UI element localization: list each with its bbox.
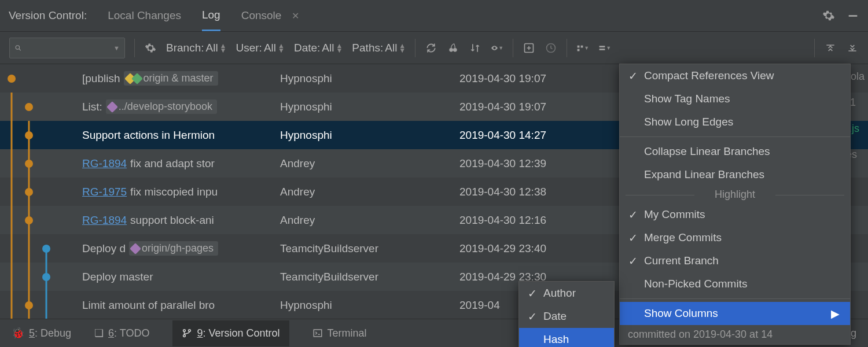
filter-branch[interactable]: Branch: All▲▼	[166, 42, 227, 54]
commit-date: 2019-04-30 12:39	[459, 157, 610, 170]
svg-rect-8	[581, 45, 583, 47]
issue-link[interactable]: RG-1894	[82, 157, 127, 170]
commit-author: Hypnosphi	[280, 129, 459, 142]
filter-user[interactable]: User: All▲▼	[236, 42, 285, 54]
refresh-icon[interactable]	[425, 42, 437, 54]
submenu-author[interactable]: ✓Author	[519, 282, 614, 305]
svg-line-2	[19, 49, 21, 50]
svg-point-14	[189, 330, 191, 332]
menu-show-long-edges[interactable]: Show Long Edges	[620, 110, 850, 134]
intellisort-icon[interactable]	[469, 42, 481, 54]
statusbar-debug[interactable]: 🐞 5: Debug	[12, 327, 71, 339]
commit-message: [publish	[82, 72, 120, 85]
commit-author: Andrey	[280, 186, 459, 198]
menu-non-picked[interactable]: Non-Picked Commits	[620, 272, 850, 296]
svg-rect-15	[314, 330, 322, 337]
svg-point-4	[453, 48, 457, 52]
submenu-arrow-icon: ▶	[831, 307, 840, 320]
expand-icon[interactable]: ▼	[598, 42, 611, 54]
gear-icon[interactable]	[144, 42, 157, 54]
commit-author: Andrey	[280, 214, 459, 227]
svg-point-12	[183, 330, 186, 332]
eye-icon[interactable]: ▼	[491, 42, 503, 54]
minimize-icon[interactable]	[847, 9, 859, 22]
commit-message: Deploy d	[82, 242, 126, 255]
menu-compact-refs[interactable]: ✓Compact References View	[620, 64, 850, 87]
commit-author: Hypnosphi	[280, 299, 459, 312]
commit-author: Hypnosphi	[280, 72, 459, 85]
show-columns-submenu: ✓Author ✓Date Hash	[518, 281, 615, 347]
svg-rect-7	[578, 45, 580, 47]
menu-expand-linear[interactable]: Expand Linear Branches	[620, 163, 850, 186]
tab-log[interactable]: Log	[202, 1, 220, 31]
issue-link[interactable]: RG-1975	[82, 186, 127, 198]
menu-collapse-linear[interactable]: Collapse Linear Branches	[620, 140, 850, 163]
svg-rect-10	[599, 46, 605, 47]
svg-point-13	[183, 335, 186, 337]
issue-link[interactable]: RG-1894	[82, 214, 127, 227]
svg-rect-11	[599, 49, 605, 50]
history-icon[interactable]	[545, 42, 557, 54]
commit-message: fix and adapt stor	[130, 157, 215, 170]
statusbar-todo[interactable]: ❏ 6: TODO	[94, 327, 149, 339]
ref-badge[interactable]: ../develop-storybook	[106, 99, 217, 114]
ref-badge[interactable]: origin & master	[124, 71, 218, 86]
toolwindow-title: Version Control:	[9, 9, 87, 22]
commit-detail-text: committed on 2019-04-30 at 14	[620, 325, 850, 344]
terminal-icon	[312, 328, 323, 338]
commit-author: TeamcityBuildserver	[280, 242, 459, 255]
menu-my-commits[interactable]: ✓My Commits	[620, 203, 850, 226]
list-icon: ❏	[94, 327, 104, 339]
expand-all-icon[interactable]	[846, 42, 859, 54]
bug-icon: 🐞	[12, 327, 24, 339]
close-tab-icon[interactable]: ✕	[292, 10, 299, 21]
svg-rect-0	[849, 15, 858, 17]
commit-date: 2019-04-30 12:16	[459, 214, 610, 227]
menu-current-branch[interactable]: ✓Current Branch	[620, 249, 850, 272]
commit-message: Support actions in Hermion	[82, 129, 215, 142]
statusbar-terminal[interactable]: Terminal	[312, 327, 367, 339]
commit-author: Andrey	[280, 157, 459, 170]
tab-local-changes[interactable]: Local Changes	[108, 1, 181, 30]
tab-console[interactable]: Console	[241, 1, 282, 30]
commit-date: 2019-04-29 23:40	[459, 242, 610, 255]
commit-message: List:	[82, 101, 102, 113]
collapse-icon[interactable]: ▼	[576, 42, 589, 54]
menu-merge-commits[interactable]: ✓Merge Commits	[620, 226, 850, 249]
search-input[interactable]: ▼	[9, 38, 125, 58]
submenu-date[interactable]: ✓Date	[519, 305, 614, 328]
commit-date: 2019-04-30 14:27	[459, 129, 610, 142]
menu-heading-highlight: Highlight	[620, 186, 850, 203]
presentation-settings-menu: ✓Compact References View Show Tag Names …	[619, 64, 851, 345]
commit-date: 2019-04-30 19:07	[459, 72, 610, 85]
open-new-tab-icon[interactable]	[523, 42, 535, 54]
commit-message: fix miscopied inpu	[130, 186, 218, 198]
collapse-all-icon[interactable]	[824, 42, 837, 54]
svg-point-3	[450, 48, 454, 52]
commit-date: 2019-04-30 19:07	[459, 101, 610, 113]
svg-rect-9	[578, 49, 580, 51]
filter-paths[interactable]: Paths: All▲▼	[352, 42, 406, 54]
cherry-pick-icon[interactable]	[447, 42, 459, 54]
log-toolbar: ▼ Branch: All▲▼ User: All▲▼ Date: All▲▼ …	[0, 32, 868, 64]
submenu-hash[interactable]: Hash	[519, 328, 614, 347]
commit-author: Hypnosphi	[280, 101, 459, 113]
commit-message: support block-ani	[130, 214, 214, 227]
ref-badge[interactable]: origin/gh-pages	[129, 241, 218, 256]
commit-author: TeamcityBuildserver	[280, 271, 459, 283]
branch-icon	[182, 328, 192, 338]
commit-date: 2019-04-30 12:38	[459, 186, 610, 198]
commit-message: Deploy master	[82, 271, 153, 283]
commit-message: Limit amount of parallel bro	[82, 299, 215, 312]
gear-icon[interactable]	[822, 9, 835, 22]
filter-date[interactable]: Date: All▲▼	[294, 42, 343, 54]
menu-show-columns[interactable]: Show Columns▶	[620, 302, 850, 325]
statusbar-version-control[interactable]: 9: Version Control	[172, 320, 289, 346]
menu-show-tag-names[interactable]: Show Tag Names	[620, 87, 850, 110]
svg-point-1	[16, 45, 19, 49]
